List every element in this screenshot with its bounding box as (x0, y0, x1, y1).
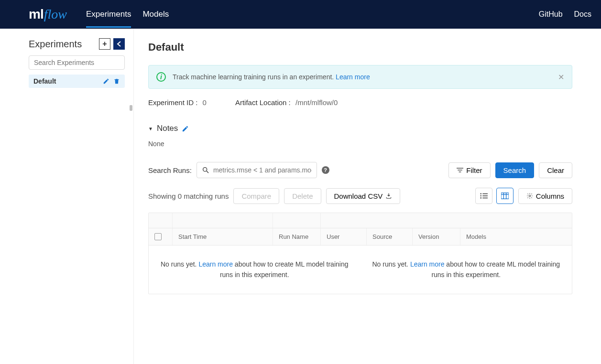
svg-point-5 (480, 193, 481, 194)
svg-rect-11 (501, 193, 509, 199)
close-alert-icon[interactable]: ✕ (558, 73, 564, 82)
matching-count: Showing 0 matching runs (148, 192, 229, 200)
logo[interactable]: ml flow (29, 7, 67, 22)
sidebar: Experiments + Default (0, 29, 134, 364)
notes-label: Notes (157, 124, 178, 133)
svg-point-0 (203, 168, 207, 171)
nav-links: Experiments Models (86, 1, 539, 28)
delete-experiment-icon[interactable] (113, 78, 120, 85)
alert-learn-more-link[interactable]: Learn more (336, 73, 370, 81)
main-content: Default i Track machine learning trainin… (134, 29, 601, 364)
experiment-id-label: Experiment ID : (148, 98, 197, 107)
col-models[interactable]: Models (460, 228, 572, 245)
page-title: Default (148, 41, 572, 54)
search-experiments-input[interactable] (29, 55, 125, 70)
experiment-meta: Experiment ID : 0 Artifact Location : /m… (148, 98, 572, 107)
sidebar-item-default[interactable]: Default (29, 75, 125, 88)
col-version[interactable]: Version (413, 228, 460, 245)
search-button[interactable]: Search (495, 162, 535, 178)
col-source[interactable]: Source (367, 228, 413, 245)
download-icon (385, 193, 392, 199)
empty-learn-more-link[interactable]: Learn more (198, 260, 233, 268)
list-icon (480, 193, 488, 199)
sidebar-item-label: Default (33, 77, 56, 85)
nav-experiments[interactable]: Experiments (86, 1, 131, 28)
svg-line-1 (207, 171, 208, 173)
nav-docs[interactable]: Docs (574, 1, 591, 27)
col-user[interactable]: User (321, 228, 367, 245)
sidebar-title: Experiments (29, 39, 82, 50)
filter-icon (457, 167, 463, 173)
info-icon: i (156, 72, 166, 82)
svg-point-15 (529, 195, 531, 197)
edit-notes-icon[interactable] (182, 125, 189, 132)
scrollbar-thumb[interactable] (130, 105, 132, 111)
empty-msg-1: No runs yet. Learn more about how to cre… (149, 259, 361, 280)
delete-button[interactable]: Delete (284, 188, 321, 204)
svg-point-7 (480, 195, 481, 197)
info-alert: i Track machine learning training runs i… (148, 65, 572, 89)
empty-learn-more-link-2[interactable]: Learn more (410, 260, 445, 268)
caret-down-icon: ▼ (148, 126, 153, 131)
search-help-icon[interactable]: ? (322, 166, 329, 174)
experiment-id-value: 0 (203, 98, 207, 107)
add-experiment-button[interactable]: + (99, 38, 110, 50)
list-view-button[interactable] (475, 188, 492, 204)
logo-flow: flow (44, 7, 67, 22)
col-run-name[interactable]: Run Name (273, 228, 321, 245)
nav-right: GitHub Docs (539, 1, 591, 27)
edit-experiment-icon[interactable] (103, 78, 109, 85)
results-row: Showing 0 matching runs Compare Delete D… (148, 188, 572, 204)
select-all-cell[interactable] (149, 228, 173, 245)
empty-state: No runs yet. Learn more about how to cre… (149, 246, 572, 294)
table-view-button[interactable] (496, 188, 514, 204)
empty-msg-2: No runs yet. Learn more about how to cre… (361, 259, 572, 280)
col-start-time[interactable]: Start Time (173, 228, 273, 245)
download-csv-button[interactable]: Download CSV (326, 188, 401, 204)
table-header-top (149, 213, 572, 228)
gear-icon (526, 193, 533, 199)
artifact-location-label: Artifact Location : (235, 98, 291, 107)
svg-point-9 (480, 197, 481, 199)
filter-button[interactable]: Filter (448, 162, 490, 178)
notes-header[interactable]: ▼ Notes (148, 124, 572, 133)
select-all-checkbox[interactable] (154, 233, 162, 240)
logo-ml: ml (29, 7, 44, 22)
compare-button[interactable]: Compare (233, 188, 279, 204)
nav-github[interactable]: GitHub (539, 1, 563, 27)
grid-icon (501, 193, 509, 199)
clear-button[interactable]: Clear (539, 162, 572, 178)
top-nav: ml flow Experiments Models GitHub Docs (0, 0, 601, 29)
alert-text: Track machine learning training runs in … (173, 73, 551, 81)
notes-value: None (148, 140, 572, 148)
artifact-location-value: /mnt/mlflow/0 (295, 98, 338, 107)
search-runs-label: Search Runs: (148, 166, 192, 174)
table-header: Start Time Run Name User Source Version … (149, 228, 572, 246)
search-runs-box[interactable] (197, 162, 317, 178)
search-row: Search Runs: ? Filter Search Clear (148, 162, 572, 178)
columns-button[interactable]: Columns (518, 188, 572, 204)
search-icon (202, 166, 209, 174)
collapse-sidebar-button[interactable] (113, 38, 125, 50)
runs-table: Start Time Run Name User Source Version … (148, 213, 572, 294)
search-runs-input[interactable] (213, 164, 312, 176)
nav-models[interactable]: Models (142, 1, 169, 28)
